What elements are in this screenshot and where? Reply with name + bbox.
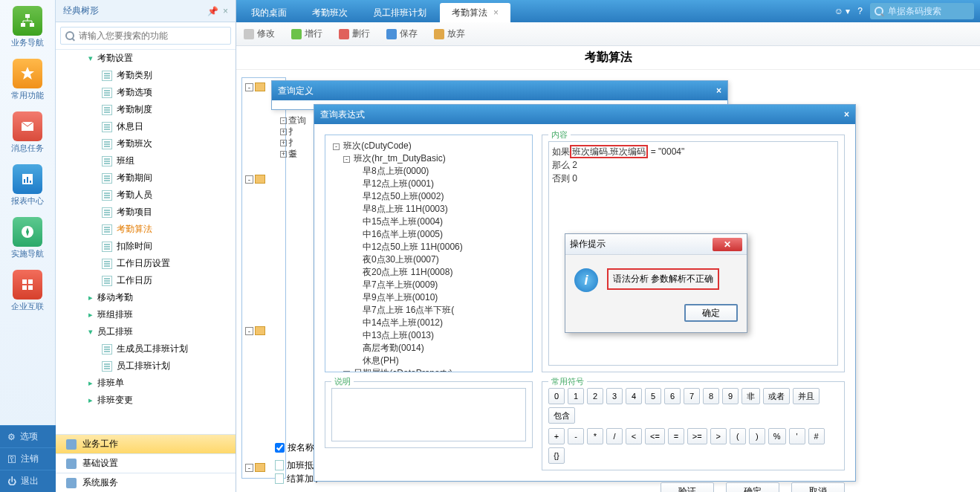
schema-node[interactable]: 中12点50上班 11H(0006) [330, 241, 528, 253]
symbol-button[interactable]: / [606, 428, 623, 444]
symbol-button[interactable]: + [548, 428, 565, 444]
ok-button[interactable]: 确定 [726, 482, 779, 492]
msgbox-titlebar[interactable]: 操作提示 ✕ [565, 234, 747, 255]
symbol-button[interactable]: >= [687, 428, 707, 444]
schema-node[interactable]: - 班次(cDutyCode) [330, 140, 528, 152]
pin-icon[interactable]: 📌 [207, 6, 218, 16]
symbol-button[interactable]: 0 [548, 388, 565, 404]
btab-biz[interactable]: 业务工作 [56, 434, 236, 453]
tree-node[interactable]: 工作日历 [56, 272, 236, 289]
rail-messages[interactable]: 消息任务 [0, 106, 55, 158]
cancel-button[interactable]: 取消 [791, 482, 845, 492]
search-box[interactable] [60, 27, 231, 45]
tree-node[interactable]: 工作日历设置 [56, 255, 236, 272]
symbol-button[interactable]: 3 [606, 388, 623, 404]
btab-base[interactable]: 基础设置 [56, 453, 236, 473]
symbol-button[interactable]: 2 [587, 388, 603, 404]
close-icon[interactable]: ✕ [713, 238, 742, 251]
tree-node[interactable]: ▸排班单 [56, 375, 236, 392]
schema-node[interactable]: 早8点上班(0000) [330, 165, 528, 178]
top-search[interactable] [870, 3, 974, 19]
verify-button[interactable]: 验证 [661, 482, 714, 492]
symbol-button[interactable]: 非 [742, 388, 760, 404]
symbol-button[interactable]: 6 [664, 388, 681, 404]
tree-node[interactable]: 考勤人员 [56, 187, 236, 204]
symbol-button[interactable]: 包含 [548, 407, 575, 424]
schema-node[interactable]: 早9点半上班(0010) [330, 291, 528, 304]
tree-body[interactable]: ▾考勤设置考勤类别考勤选项考勤制度休息日考勤班次班组考勤期间考勤人员考勤项目考勤… [56, 50, 236, 421]
tree-node[interactable]: 班组 [56, 152, 236, 169]
desc-area[interactable] [331, 388, 526, 441]
symbol-button[interactable]: <= [645, 428, 665, 444]
btab-sys[interactable]: 系统服务 [56, 473, 236, 492]
rail-logout[interactable]: ⚿注销 [0, 447, 56, 470]
tab-schedule[interactable]: 员工排班计划 [361, 3, 438, 22]
symbol-button[interactable]: 7 [684, 388, 700, 404]
ok-button[interactable]: 确定 [684, 304, 738, 322]
schema-node[interactable]: 早7点上班 16点半下班( [330, 304, 528, 317]
schema-tree[interactable]: - 班次(cDutyCode)- 班次(hr_tm_DutyBasic) 早8点… [325, 135, 533, 372]
tab-shifts[interactable]: 考勤班次 [300, 3, 360, 22]
symbol-button[interactable]: {} [548, 447, 565, 464]
tree-node[interactable]: 考勤类别 [56, 67, 236, 84]
rail-exit[interactable]: ⏻退出 [0, 470, 56, 492]
symbol-button[interactable]: - [568, 428, 584, 444]
tree-node[interactable]: 考勤项目 [56, 204, 236, 221]
symbol-button[interactable]: % [768, 428, 786, 444]
tree-node[interactable]: 生成员工排班计划 [56, 340, 236, 357]
symbol-button[interactable]: 9 [722, 388, 739, 404]
dialog-titlebar[interactable]: 查询定义× [272, 81, 727, 100]
symbol-button[interactable]: # [808, 428, 825, 444]
schema-node[interactable]: 中15点半上班(0004) [330, 216, 528, 228]
rail-options[interactable]: ⚙选项 [0, 425, 56, 447]
tb-discard[interactable]: 放弃 [434, 27, 465, 40]
schema-node[interactable]: 早12点上班(0001) [330, 178, 528, 190]
symbol-button[interactable]: > [710, 428, 727, 444]
tree-node[interactable]: 扣除时间 [56, 238, 236, 255]
close-icon[interactable]: × [844, 109, 849, 120]
tree-node[interactable]: 考勤制度 [56, 101, 236, 118]
symbol-button[interactable]: ( [730, 428, 746, 444]
rail-enterprise[interactable]: 企业互联 [0, 264, 55, 317]
tb-addrow[interactable]: 增行 [291, 27, 322, 40]
schema-node[interactable]: 早12点50上班(0002) [330, 190, 528, 203]
close-icon[interactable]: × [493, 7, 499, 18]
symbol-button[interactable]: ) [749, 428, 765, 444]
tb-delrow[interactable]: 删行 [339, 27, 370, 40]
symbol-button[interactable]: * [587, 428, 603, 444]
symbol-button[interactable]: 8 [703, 388, 719, 404]
close-icon[interactable]: × [716, 85, 721, 96]
schema-node[interactable]: 夜20点上班 11H(0008) [330, 266, 528, 279]
rail-implement[interactable]: 实施导航 [0, 211, 55, 264]
symbol-button[interactable]: 4 [626, 388, 642, 404]
tree-node[interactable]: ▾员工排班 [56, 323, 236, 340]
tb-save[interactable]: 保存 [386, 27, 418, 40]
schema-node[interactable]: 中13点上班(0013) [330, 329, 528, 342]
tree-node[interactable]: ▸班组排班 [56, 306, 236, 323]
tab-algorithm[interactable]: 考勤算法× [440, 3, 510, 22]
tree-node[interactable]: 考勤期间 [56, 169, 236, 187]
schema-node[interactable]: 夜0点30上班(0007) [330, 253, 528, 266]
tb-edit[interactable]: 修改 [244, 27, 275, 40]
barcode-search-input[interactable] [888, 6, 970, 16]
tree-node[interactable]: 考勤选项 [56, 84, 236, 101]
dialog-titlebar[interactable]: 查询表达式× [314, 105, 855, 124]
symbol-button[interactable]: = [668, 428, 684, 444]
tree-node[interactable]: 考勤算法 [56, 221, 236, 238]
tree-node[interactable]: 员工排班计划 [56, 357, 236, 375]
search-input[interactable] [79, 30, 226, 41]
symbol-button[interactable]: ' [789, 428, 805, 444]
tree-node[interactable]: ▸移动考勤 [56, 289, 236, 306]
tree-node[interactable]: 考勤班次 [56, 135, 236, 152]
schema-node[interactable]: 中16点半上班(0005) [330, 228, 528, 241]
symbol-button[interactable]: 并且 [793, 388, 820, 404]
help-icon[interactable]: ? [857, 6, 863, 16]
schema-node[interactable]: - 班次(hr_tm_DutyBasic) [330, 152, 528, 165]
symbol-button[interactable]: < [626, 428, 642, 444]
tab-desktop[interactable]: 我的桌面 [239, 3, 299, 22]
rail-biz-nav[interactable]: 业务导航 [0, 0, 55, 53]
tree-node[interactable]: ▸排班变更 [56, 392, 236, 409]
schema-node[interactable]: 中14点半上班(0012) [330, 317, 528, 329]
schema-node[interactable]: 休息(PH) [330, 355, 528, 367]
tree-node[interactable]: 休息日 [56, 118, 236, 135]
